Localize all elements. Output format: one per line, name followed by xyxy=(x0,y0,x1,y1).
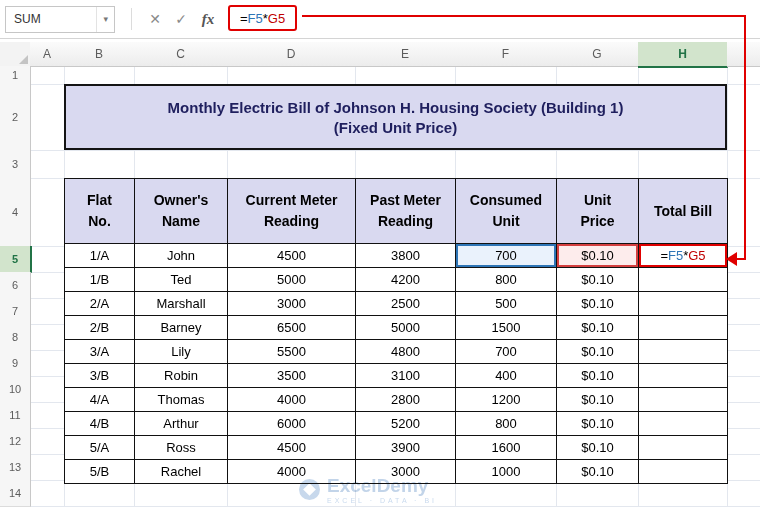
cell[interactable]: $0.10 xyxy=(557,436,639,460)
cell[interactable]: 800 xyxy=(456,412,557,436)
cell[interactable]: 3500 xyxy=(228,364,356,388)
cell[interactable]: 6000 xyxy=(228,412,356,436)
table-header-1[interactable]: Owner's Name xyxy=(135,179,228,244)
cell[interactable]: 4500 xyxy=(228,244,356,268)
cell[interactable] xyxy=(639,364,728,388)
cell[interactable]: 3/B xyxy=(65,364,135,388)
cell[interactable]: 5500 xyxy=(228,340,356,364)
cell[interactable]: Rachel xyxy=(135,460,228,484)
cell[interactable]: 1200 xyxy=(456,388,557,412)
row-header-9[interactable]: 9 xyxy=(0,350,31,377)
row-header-11[interactable]: 11 xyxy=(0,402,31,429)
cell[interactable]: $0.10 xyxy=(557,268,639,292)
cell[interactable]: 3900 xyxy=(356,436,456,460)
cell[interactable]: 700 xyxy=(456,340,557,364)
row-header-12[interactable]: 12 xyxy=(0,428,31,455)
cell[interactable]: 4/A xyxy=(65,388,135,412)
cell[interactable]: 4/B xyxy=(65,412,135,436)
cell[interactable]: John xyxy=(135,244,228,268)
cell[interactable]: 3100 xyxy=(356,364,456,388)
cell[interactable]: $0.10 xyxy=(557,460,639,484)
cell[interactable]: 5000 xyxy=(228,268,356,292)
cell[interactable]: 2800 xyxy=(356,388,456,412)
cell[interactable]: 1/B xyxy=(65,268,135,292)
cell[interactable]: Barney xyxy=(135,316,228,340)
formula-input[interactable]: = F5 * G5 xyxy=(228,5,297,31)
cell[interactable]: 400 xyxy=(456,364,557,388)
cell[interactable] xyxy=(639,340,728,364)
row-header-1[interactable]: 1 xyxy=(0,66,31,85)
cell[interactable]: $0.10 xyxy=(557,316,639,340)
cell-F5[interactable]: 700 xyxy=(456,244,557,268)
column-header-H[interactable]: H xyxy=(638,42,728,68)
cell[interactable]: 5/B xyxy=(65,460,135,484)
name-box[interactable]: SUM ▾ xyxy=(5,6,115,33)
cell[interactable]: Marshall xyxy=(135,292,228,316)
insert-function-button[interactable]: fx xyxy=(194,11,222,28)
row-header-7[interactable]: 7 xyxy=(0,298,31,325)
cell[interactable]: 5000 xyxy=(356,316,456,340)
cell[interactable]: Thomas xyxy=(135,388,228,412)
cell[interactable]: 5/A xyxy=(65,436,135,460)
cell[interactable]: Ross xyxy=(135,436,228,460)
cell[interactable]: $0.10 xyxy=(557,412,639,436)
cell[interactable]: 4200 xyxy=(356,268,456,292)
cell[interactable]: Arthur xyxy=(135,412,228,436)
column-header-C[interactable]: C xyxy=(134,42,228,67)
select-all-corner[interactable] xyxy=(0,42,31,67)
cell[interactable]: 3000 xyxy=(228,292,356,316)
cell[interactable]: 1000 xyxy=(456,460,557,484)
table-header-3[interactable]: Past Meter Reading xyxy=(356,179,456,244)
cell[interactable]: 2500 xyxy=(356,292,456,316)
cell[interactable] xyxy=(639,316,728,340)
cell[interactable]: 3/A xyxy=(65,340,135,364)
cell[interactable] xyxy=(639,412,728,436)
table-header-0[interactable]: Flat No. xyxy=(65,179,135,244)
row-header-13[interactable]: 13 xyxy=(0,454,31,481)
row-header-10[interactable]: 10 xyxy=(0,376,31,403)
column-header-D[interactable]: D xyxy=(227,42,356,67)
cell[interactable]: Lily xyxy=(135,340,228,364)
cell[interactable]: 2/B xyxy=(65,316,135,340)
table-header-6[interactable]: Total Bill xyxy=(639,179,728,244)
cell[interactable] xyxy=(639,388,728,412)
cell[interactable]: 1/A xyxy=(65,244,135,268)
row-header-14[interactable]: 14 xyxy=(0,480,31,507)
row-header-6[interactable]: 6 xyxy=(0,272,31,299)
table-header-4[interactable]: Consumed Unit xyxy=(456,179,557,244)
row-header-2[interactable]: 2 xyxy=(0,84,31,151)
cell[interactable]: 3800 xyxy=(356,244,456,268)
cell[interactable]: 5200 xyxy=(356,412,456,436)
cell[interactable]: 6500 xyxy=(228,316,356,340)
row-header-5[interactable]: 5 xyxy=(0,246,32,273)
cell[interactable]: 800 xyxy=(456,268,557,292)
table-header-5[interactable]: Unit Price xyxy=(557,179,639,244)
column-header-A[interactable]: A xyxy=(30,42,65,67)
cell[interactable] xyxy=(639,268,728,292)
cell-G5[interactable]: $0.10 xyxy=(557,244,639,268)
worksheet-title[interactable]: Monthly Electric Bill of Johnson H. Hous… xyxy=(64,84,727,150)
column-header-G[interactable]: G xyxy=(556,42,639,67)
cell[interactable]: 4000 xyxy=(228,388,356,412)
table-header-2[interactable]: Current Meter Reading xyxy=(228,179,356,244)
cancel-button[interactable]: ✕ xyxy=(142,6,168,32)
cell[interactable]: $0.10 xyxy=(557,292,639,316)
cell[interactable]: $0.10 xyxy=(557,388,639,412)
column-header-E[interactable]: E xyxy=(355,42,456,67)
cell[interactable]: 4000 xyxy=(228,460,356,484)
cell[interactable] xyxy=(639,460,728,484)
cell[interactable]: 4800 xyxy=(356,340,456,364)
chevron-down-icon[interactable]: ▾ xyxy=(96,7,114,32)
cell[interactable]: $0.10 xyxy=(557,364,639,388)
cell[interactable]: $0.10 xyxy=(557,340,639,364)
row-header-3[interactable]: 3 xyxy=(0,150,31,179)
cell[interactable]: 3000 xyxy=(356,460,456,484)
cell[interactable]: 2/A xyxy=(65,292,135,316)
row-header-4[interactable]: 4 xyxy=(0,178,31,247)
cell[interactable] xyxy=(639,436,728,460)
cell[interactable]: 1500 xyxy=(456,316,557,340)
column-header-B[interactable]: B xyxy=(64,42,135,67)
cell[interactable]: 500 xyxy=(456,292,557,316)
column-header-F[interactable]: F xyxy=(455,42,557,67)
cell[interactable]: 4500 xyxy=(228,436,356,460)
